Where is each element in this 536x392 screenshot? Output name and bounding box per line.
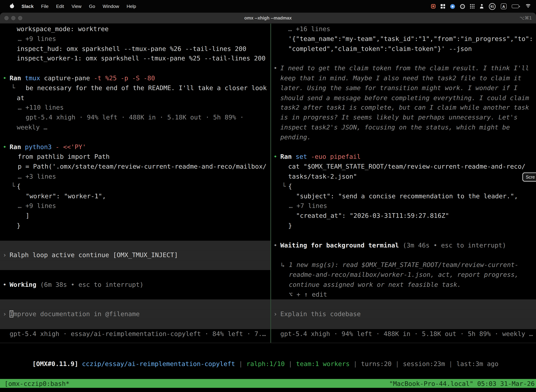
composer-input[interactable]: ›Explain this codebase: [271, 309, 536, 319]
terminal-line: workspace_mode: worktree: [0, 24, 270, 34]
terminal-line: [0, 299, 270, 309]
terminal-line: [0, 319, 270, 329]
terminal-line: keep that in mind. Maybe I also need the…: [271, 73, 536, 83]
zoom-button[interactable]: [18, 16, 22, 20]
right-terminal-pane[interactable]: … +16 lines'{"team_name":"my-team","task…: [271, 23, 536, 343]
terminal-line: }: [0, 221, 270, 231]
text-segment: {: [17, 182, 21, 190]
terminal-line: [271, 319, 536, 329]
text-segment: inspect task2's JSON, focusing on the st…: [280, 124, 510, 131]
menu-edit[interactable]: Edit: [53, 4, 68, 9]
terminal-line: [271, 250, 536, 260]
battery-percent-icon[interactable]: 61: [489, 3, 496, 10]
minimize-button[interactable]: [11, 16, 15, 20]
bullet-icon: •: [3, 73, 7, 83]
omx-status-bar: [OMX#0.11.9]cczip/essay/ai-reimplementat…: [0, 349, 536, 359]
text-segment: capture-pane: [44, 75, 94, 82]
terminal-line: at: [0, 93, 270, 103]
terminal-line: later. Using the same for transition mig…: [271, 83, 536, 93]
terminal-line: … +110 lines: [0, 103, 270, 113]
terminal-line: … +3 lines: [0, 172, 270, 182]
text-segment: inspect_hud: omx sparkshell --tmux-pane …: [17, 45, 246, 52]
text-segment: … +16 lines: [288, 25, 330, 33]
terminal-line: └{: [271, 182, 536, 191]
screen-share-popup: Scre: [522, 173, 536, 182]
screen-recording-icon[interactable]: [431, 4, 436, 9]
battery-icon[interactable]: [512, 5, 520, 8]
mailbox-arrow-icon: ↳: [281, 260, 285, 270]
menu-file[interactable]: File: [37, 4, 52, 9]
prompt-chevron-icon: ›: [3, 250, 7, 260]
apple-icon: [10, 3, 14, 8]
text-segment: later. Using the same for transition mig…: [280, 84, 517, 92]
title-bar[interactable]: omx --xhigh --madmax ⌥⌘1: [0, 13, 536, 23]
menu-view[interactable]: View: [68, 4, 85, 9]
terminal-line: [0, 132, 270, 142]
terminal-line: •I need to get the claim token from the …: [271, 64, 536, 73]
wifi-icon[interactable]: [525, 4, 531, 9]
separator: |: [285, 360, 296, 367]
text-segment: Ralph loop active continue [OMX_TMUX_INJ…: [10, 251, 178, 258]
menu-bar-menus: Slack File Edit View Go Window Help: [0, 3, 140, 9]
menu-go[interactable]: Go: [85, 4, 99, 9]
text-segment: "completed","claim_token":"claim-token"}…: [288, 45, 472, 52]
close-button[interactable]: [5, 16, 9, 20]
text-segment: … +9 lines: [18, 35, 56, 42]
blue-app-icon[interactable]: [450, 4, 455, 9]
text-segment: keep that in mind. Maybe I also need the…: [280, 75, 522, 82]
composer-input[interactable]: ›Improve documentation in @filename: [0, 309, 270, 319]
menu-help[interactable]: Help: [123, 4, 140, 9]
text-segment: ⌥ + ↑ edit: [289, 291, 327, 298]
text-segment: Waiting for back: [280, 242, 341, 249]
terminal-line: [0, 260, 270, 270]
text-segment: '{"team_name":"my-team","task_id":"1","f…: [288, 35, 533, 42]
text-segment: … +7 lines: [289, 202, 327, 209]
text-segment: -t %25 -p -S -80: [94, 75, 155, 82]
prompt-chevron-icon: ›: [3, 309, 7, 319]
prompt-chevron-icon: ›: [273, 309, 277, 319]
text-segment: mprove documentation in @filename: [13, 310, 140, 317]
result-corner-icon: └: [11, 182, 15, 191]
window-title: omx --xhigh --madmax: [244, 15, 292, 20]
round-app-icon[interactable]: [460, 4, 465, 9]
text-segment: readme-and-reco/mailbox/worker-1.json, a…: [289, 271, 519, 278]
text-segment: }: [17, 222, 21, 229]
terminal-line: inspect_worker-1: omx sparkshell --tmux-…: [0, 54, 270, 64]
terminal-line: •Ran tmux capture-pane -t %25 -p -S -80: [0, 73, 270, 83]
left-terminal-pane[interactable]: workspace_mode: worktree… +9 linesinspec…: [0, 23, 270, 343]
text-segment: }: [288, 222, 292, 229]
separator: |: [445, 360, 456, 367]
dots-grid-icon[interactable]: [470, 4, 474, 9]
apple-menu[interactable]: [6, 3, 18, 9]
person-icon[interactable]: [479, 4, 483, 9]
text-segment: Explain this codebase: [280, 310, 361, 317]
text-segment: cat "$OMX_TEAM_STATE_ROOT/team/review-cu…: [288, 163, 526, 170]
separator: |: [392, 360, 403, 367]
text-segment: python3: [25, 143, 55, 150]
terminal-line: •Waiting for background terminal (3m 46s…: [271, 241, 536, 250]
app-menu[interactable]: Slack: [18, 4, 37, 9]
app-grid-icon[interactable]: [441, 4, 445, 9]
pane-bottom-border: [0, 343, 536, 343]
terminal-content: workspace_mode: worktree… +9 linesinspec…: [0, 23, 536, 392]
terminal-line: [0, 270, 270, 280]
terminal-line: '{"team_name":"my-team","task_id":"1","f…: [271, 34, 536, 44]
omx-session-path: cczip/essay/ai-reimplementation-copyleft: [82, 360, 235, 367]
text-segment: should send a message before completing …: [280, 94, 529, 101]
input-source-icon[interactable]: A: [501, 3, 507, 9]
queued-message: ›Ralph loop active continue [OMX_TMUX_IN…: [0, 250, 270, 260]
text-segment: nd terminal: [357, 242, 403, 249]
traffic-lights: [5, 16, 22, 20]
text-segment: ]: [26, 212, 29, 219]
omx-last-activity: last:3m ago: [456, 360, 498, 367]
terminal-line: continue assigned work or next feasible …: [271, 280, 536, 289]
text-segment: gpt-5.4 xhigh · 94% left · 488K in · 5.1…: [26, 114, 244, 121]
window-shortcut-hint: ⌥⌘1: [519, 15, 532, 20]
terminal-line: inspect_hud: omx sparkshell --tmux-pane …: [0, 44, 270, 54]
result-corner-icon: └: [282, 182, 286, 191]
menu-window[interactable]: Window: [99, 4, 123, 9]
terminal-line: └be necessary for the end of the README.…: [0, 83, 270, 93]
text-segment: "worker": "worker-1",: [26, 192, 106, 200]
terminal-line: •Ran python3 - <<'PY': [0, 142, 270, 152]
text-segment: I need to get the claim token from the c…: [280, 65, 529, 72]
